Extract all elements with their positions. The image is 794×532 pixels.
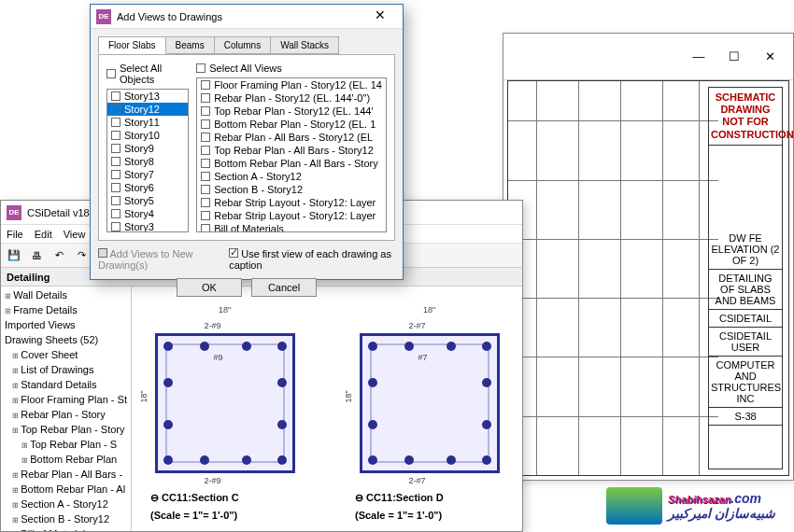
list-item[interactable]: Story7 — [107, 168, 188, 181]
select-all-views[interactable]: Select All Views — [196, 63, 387, 74]
cancel-button[interactable]: Cancel — [251, 278, 317, 297]
list-item[interactable]: Rebar Strip Layout - Story12: Layer — [197, 209, 386, 222]
close-button[interactable]: ✕ — [752, 46, 787, 68]
watermark-logo: Shabihsazan.com شبیه‌سازان امیرکبیر — [606, 487, 775, 525]
plan-toolbar: — ☐ ✕ — [503, 34, 793, 80]
list-item[interactable]: Story3 — [107, 220, 188, 232]
tree-item[interactable]: Section A - Story12 — [3, 497, 129, 512]
plan-window: — ☐ ✕ SCHEMATIC DRAWING NOT FOR CONSTRUC… — [503, 33, 794, 481]
list-item[interactable]: Rebar Plan - Story12 (EL. 144'-0") — [197, 91, 386, 105]
section-d: 18" 2-#7 2-#7 #7 18" ⊖ CC11:Section D (S… — [346, 305, 513, 512]
list-item[interactable]: Section B - Story12 — [197, 183, 386, 196]
add-views-dialog: DE Add Views to Drawings ✕ Floor Slabs B… — [90, 4, 404, 280]
tree-item[interactable]: Standard Details — [3, 378, 129, 393]
dialog-tabs: Floor Slabs Beams Columns Wall Stacks — [98, 36, 395, 54]
logo-icon — [606, 487, 662, 525]
list-item[interactable]: Floor Framing Plan - Story12 (EL. 14 — [197, 78, 386, 91]
list-item[interactable]: Story13 — [107, 90, 188, 103]
list-item[interactable]: Bill of Materials — [197, 222, 386, 232]
views-list[interactable]: Floor Framing Plan - Story12 (EL. 14Reba… — [196, 77, 387, 232]
list-item[interactable]: Bottom Rebar Plan - All Bars - Story — [197, 157, 386, 170]
list-item[interactable]: Story8 — [107, 155, 188, 168]
tree-item[interactable]: Imported Views — [3, 318, 129, 333]
tree-item[interactable]: Bottom Rebar Plan - Al — [3, 483, 129, 497]
tree-item[interactable]: Top Rebar Plan - Story — [3, 423, 129, 438]
drawing-sheet[interactable]: SCHEMATIC DRAWING NOT FOR CONSTRUCTION D… — [507, 80, 789, 476]
list-item[interactable]: Section A - Story12 — [197, 170, 386, 183]
redo-icon[interactable]: ↷ — [72, 246, 91, 265]
tree-item[interactable]: Rebar Plan - Story — [3, 408, 129, 423]
select-all-objects[interactable]: Select All Objects — [106, 63, 189, 85]
drawing-canvas[interactable]: 18" 2-#9 2-#9 #9 18" ⊖ CC11:Section C (S… — [132, 287, 522, 531]
dialog-titlebar: DE Add Views to Drawings ✕ — [91, 5, 403, 29]
tree-item[interactable]: Rebar Plan - All Bars - — [3, 468, 129, 483]
title-block: SCHEMATIC DRAWING NOT FOR CONSTRUCTION D… — [708, 87, 783, 469]
menu-view[interactable]: View — [64, 229, 86, 240]
save-icon[interactable]: 💾 — [5, 246, 23, 265]
list-item[interactable]: Story9 — [107, 142, 188, 155]
tab-wall-stacks[interactable]: Wall Stacks — [270, 36, 339, 54]
tree-item[interactable]: Drawing Sheets (52) — [3, 333, 129, 348]
list-item[interactable]: Story12 — [107, 103, 188, 116]
close-icon[interactable]: ✕ — [363, 7, 397, 26]
app-icon: DE — [7, 205, 21, 220]
tree-item[interactable]: Cover Sheet — [3, 348, 129, 363]
opt-add-views[interactable]: Add Views to New Drawing(s) — [98, 248, 221, 271]
tree-item[interactable]: Frame Details — [3, 303, 129, 318]
list-item[interactable]: Top Rebar Plan - Story12 (EL. 144' — [197, 105, 386, 118]
tree-item[interactable]: Top Rebar Plan - S — [3, 438, 129, 453]
list-item[interactable]: Story6 — [107, 181, 188, 194]
tab-floor-slabs[interactable]: Floor Slabs — [98, 36, 166, 54]
tab-beams[interactable]: Beams — [165, 36, 215, 54]
menu-edit[interactable]: Edit — [35, 229, 52, 240]
tree-item[interactable]: Bill of Materials — [3, 527, 129, 531]
section-c: 18" 2-#9 2-#9 #9 18" ⊖ CC11:Section C (S… — [141, 305, 308, 512]
list-item[interactable]: Story4 — [107, 207, 188, 220]
model-tree[interactable]: Wall DetailsFrame DetailsImported ViewsD… — [1, 287, 132, 531]
tab-columns[interactable]: Columns — [214, 36, 271, 54]
list-item[interactable]: Rebar Strip Layout - Story12: Layer — [197, 196, 386, 209]
minimize-button[interactable]: — — [681, 46, 716, 68]
list-item[interactable]: Rebar Plan - All Bars - Story12 (EL — [197, 131, 386, 144]
objects-list[interactable]: Story13Story12Story11Story10Story9Story8… — [106, 89, 189, 232]
list-item[interactable]: Top Rebar Plan - All Bars - Story12 — [197, 144, 386, 157]
list-item[interactable]: Story5 — [107, 194, 188, 207]
opt-caption[interactable]: ✓ Use first view of each drawing as capt… — [229, 248, 395, 271]
list-item[interactable]: Story10 — [107, 129, 188, 142]
title-block-header: SCHEMATIC DRAWING NOT FOR CONSTRUCTION — [709, 88, 782, 146]
maximize-button[interactable]: ☐ — [716, 46, 752, 68]
tree-item[interactable]: Floor Framing Plan - St — [3, 393, 129, 408]
tree-item[interactable]: List of Drawings — [3, 363, 129, 378]
print-icon[interactable]: 🖶 — [27, 246, 46, 265]
list-item[interactable]: Story11 — [107, 116, 188, 129]
ok-button[interactable]: OK — [177, 278, 242, 297]
tree-item[interactable]: Bottom Rebar Plan — [3, 453, 129, 468]
dialog-icon: DE — [96, 9, 111, 24]
tree-item[interactable]: Section B - Story12 — [3, 512, 129, 527]
undo-icon[interactable]: ↶ — [50, 246, 68, 265]
menu-file[interactable]: File — [7, 229, 23, 240]
list-item[interactable]: Bottom Rebar Plan - Story12 (EL. 1 — [197, 118, 386, 131]
dialog-title: Add Views to Drawings — [117, 11, 222, 22]
